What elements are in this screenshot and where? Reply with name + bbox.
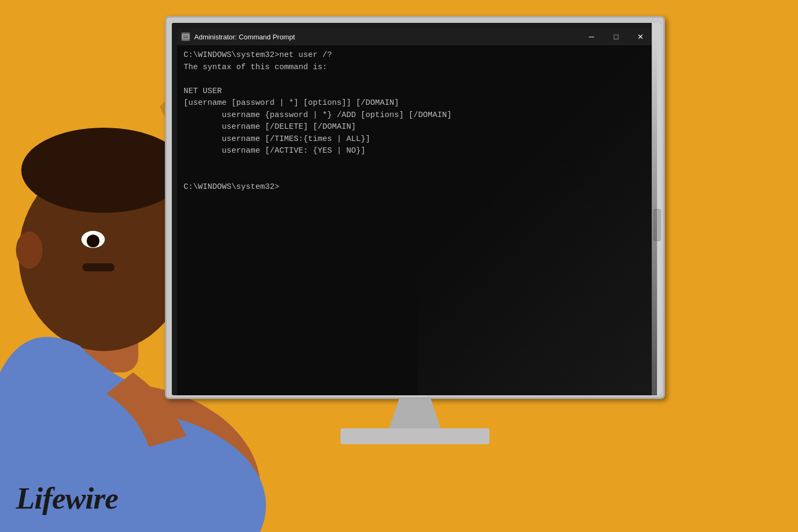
terminal-blank-3 (184, 169, 651, 181)
terminal-body[interactable]: C:\WINDOWS\system32>net user /? The synt… (177, 45, 657, 395)
svg-rect-12 (183, 37, 185, 38)
lifewire-logo: Lifewire (16, 480, 118, 516)
scrollbar[interactable] (652, 23, 661, 395)
minimize-button[interactable]: ─ (579, 28, 604, 45)
terminal-blank-1 (184, 73, 651, 86)
svg-rect-8 (82, 263, 114, 271)
monitor-screen: Administrator: Command Prompt ─ □ ✕ C:\W… (172, 23, 661, 395)
svg-point-9 (16, 231, 43, 269)
terminal-line-3: NET USER (184, 86, 651, 98)
maximize-button[interactable]: □ (604, 28, 628, 45)
monitor-base (340, 428, 489, 444)
terminal-line-2: The syntax of this command is: (184, 62, 651, 74)
scrollbar-thumb[interactable] (653, 209, 661, 241)
cmd-title-text: Administrator: Command Prompt (194, 33, 295, 41)
cmd-window: Administrator: Command Prompt ─ □ ✕ C:\W… (177, 28, 657, 395)
cmd-titlebar-left: Administrator: Command Prompt (181, 32, 295, 41)
terminal-line-8: username [/ACTIVE: {YES | NO}] (184, 145, 651, 157)
monitor-neck (388, 399, 442, 431)
terminal-prompt: C:\WINDOWS\system32> (184, 181, 651, 194)
svg-point-7 (87, 235, 99, 247)
terminal-line-6: username [/DELETE] [/DOMAIN] (184, 121, 651, 134)
terminal-blank-2 (184, 157, 651, 170)
terminal-line-7: username [/TIMES:{times | ALL}] (184, 134, 651, 146)
terminal-line-4: [username [password | *] [options]] [/DO… (184, 97, 651, 110)
close-button[interactable]: ✕ (628, 28, 653, 45)
monitor-bezel: Administrator: Command Prompt ─ □ ✕ C:\W… (165, 16, 665, 399)
cmd-titlebar: Administrator: Command Prompt ─ □ ✕ (177, 28, 657, 45)
cmd-controls: ─ □ ✕ (579, 28, 653, 45)
cmd-icon (181, 32, 190, 41)
terminal-line-5: username {password | *} /ADD [options] [… (184, 110, 651, 122)
svg-point-5 (21, 128, 186, 213)
monitor: Administrator: Command Prompt ─ □ ✕ C:\W… (165, 16, 686, 431)
terminal-line-1: C:\WINDOWS\system32>net user /? (184, 49, 651, 62)
